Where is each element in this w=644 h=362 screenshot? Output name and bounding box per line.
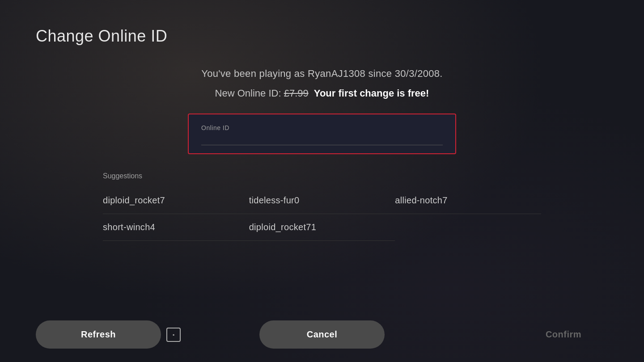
online-id-label: Online ID xyxy=(201,124,443,131)
suggestions-grid: diploid_rocket7tideless-fur0allied-notch… xyxy=(103,187,541,241)
suggestions-section: Suggestions diploid_rocket7tideless-fur0… xyxy=(76,172,568,241)
free-text: Your first change is free! xyxy=(314,88,429,99)
suggestion-item[interactable]: allied-notch7 xyxy=(395,187,541,214)
price-strikethrough: £7.99 xyxy=(284,88,309,99)
new-id-line: New Online ID: £7.99 Your first change i… xyxy=(215,88,429,99)
main-container: Change Online ID You've been playing as … xyxy=(0,0,644,362)
suggestion-item[interactable]: short-winch4 xyxy=(103,214,249,241)
suggestions-label: Suggestions xyxy=(103,172,541,180)
input-underline xyxy=(201,145,443,145)
page-title: Change Online ID xyxy=(36,27,608,46)
suggestion-item[interactable]: tideless-fur0 xyxy=(249,187,395,214)
online-id-input-box[interactable]: Online ID xyxy=(188,114,456,154)
new-id-label: New Online ID: xyxy=(215,88,281,99)
suggestion-item[interactable]: diploid_rocket7 xyxy=(103,187,249,214)
center-content: You've been playing as RyanAJ1308 since … xyxy=(36,68,608,335)
playing-since-text: You've been playing as RyanAJ1308 since … xyxy=(201,68,442,80)
suggestion-item[interactable]: diploid_rocket71 xyxy=(249,214,395,241)
